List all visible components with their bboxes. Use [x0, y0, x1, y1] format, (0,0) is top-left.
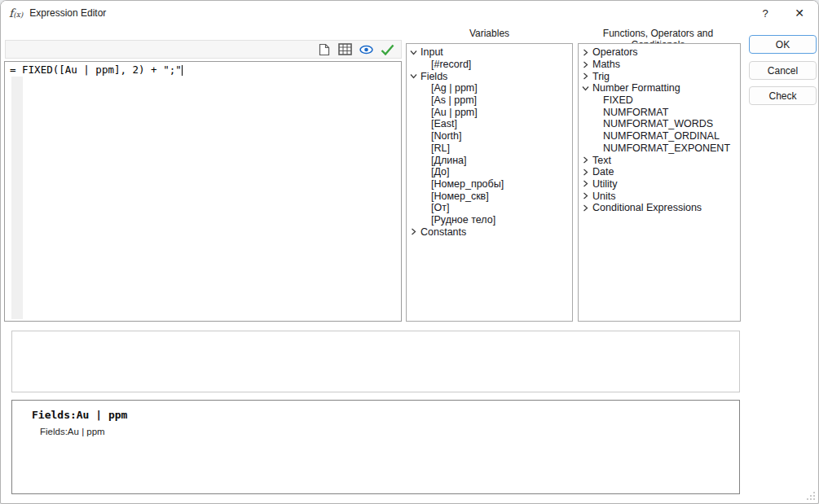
tree-item[interactable]: [Номер_скв] — [407, 190, 572, 202]
tree-item-label: Units — [592, 191, 615, 202]
tree-item[interactable]: Number Formatting — [579, 82, 740, 94]
tree-item[interactable]: NUMFORMAT_WORDS — [579, 118, 740, 130]
tree-item[interactable]: [Ag | ppm] — [407, 82, 572, 94]
tree-item-label: [Номер_скв] — [431, 191, 489, 202]
tree-item-label: Conditional Expressions — [592, 202, 702, 213]
tree-item-label: [Au | ppm] — [431, 107, 478, 118]
tree-item[interactable]: NUMFORMAT_ORDINAL — [579, 130, 740, 142]
tree-item[interactable]: [#record] — [407, 59, 572, 71]
tree-item[interactable]: Fields — [407, 70, 572, 82]
tree-item-label: NUMFORMAT — [603, 107, 668, 118]
chevron-down-icon[interactable] — [410, 49, 421, 56]
functions-panel-title: Functions, Operators and Conditionals — [575, 28, 741, 40]
tree-item-label: [До] — [431, 166, 450, 177]
tree-item[interactable]: [От] — [407, 202, 572, 214]
tree-item[interactable]: Operators — [579, 46, 740, 59]
close-button[interactable]: ✕ — [782, 1, 817, 25]
chevron-right-icon[interactable] — [582, 192, 592, 199]
chevron-right-icon[interactable] — [582, 156, 592, 164]
text-caret — [182, 65, 183, 76]
tree-item[interactable]: Units — [579, 190, 740, 202]
chevron-right-icon[interactable] — [582, 72, 592, 80]
tree-item[interactable]: Constants — [407, 226, 572, 238]
variables-tree[interactable]: Input[#record]Fields[Ag | ppm][As | ppm]… — [406, 43, 573, 322]
tree-item[interactable]: NUMFORMAT — [579, 106, 740, 118]
tree-item-label: [As | ppm] — [431, 94, 477, 106]
result-output-panel — [11, 331, 740, 392]
variables-panel-title: Variables — [406, 28, 573, 40]
tree-item-label: NUMFORMAT_EXPONENT — [603, 142, 730, 154]
tree-item-label: FIXED — [603, 94, 633, 106]
chevron-right-icon[interactable] — [582, 49, 592, 56]
tree-item[interactable]: [Номер_пробы] — [407, 178, 572, 191]
tree-item[interactable]: Utility — [579, 178, 740, 191]
tree-item[interactable]: [Рудное тело] — [407, 214, 572, 226]
tree-item[interactable]: FIXED — [579, 94, 740, 107]
tree-item-label: Utility — [592, 178, 618, 190]
expression-editor-dialog: f(x) Expression Editor ? ✕ = FIXED([Au |… — [0, 0, 819, 504]
tree-item-label: Number Formatting — [592, 82, 680, 94]
help-description: Fields:Au | ppm — [40, 427, 739, 436]
tree-item-label: [North] — [431, 130, 462, 142]
tree-item-label: Date — [592, 166, 614, 177]
tree-item[interactable]: Date — [579, 166, 740, 178]
tree-item[interactable]: [До] — [407, 166, 572, 178]
ok-button[interactable]: OK — [749, 35, 817, 54]
tree-item[interactable]: Maths — [579, 59, 740, 71]
cancel-button[interactable]: Cancel — [749, 61, 817, 80]
title-bar: f(x) Expression Editor ? ✕ — [1, 1, 818, 25]
check-button[interactable]: Check — [749, 86, 817, 105]
tree-item[interactable]: Input — [407, 46, 572, 59]
fx-function-icon: f(x) — [9, 7, 23, 19]
tree-item-label: [East] — [431, 118, 457, 129]
tree-item-label: [Рудное тело] — [431, 214, 495, 226]
preview-eye-icon[interactable] — [359, 43, 373, 56]
window-title: Expression Editor — [29, 7, 106, 19]
tree-item-label: [RL] — [431, 142, 450, 154]
tree-item-label: NUMFORMAT_ORDINAL — [603, 130, 720, 142]
expression-input[interactable]: = FIXED([Au | ppm], 2) + ";" — [4, 61, 402, 322]
tree-item[interactable]: [As | ppm] — [407, 94, 572, 107]
tree-item[interactable]: Conditional Expressions — [579, 202, 740, 214]
tree-item-label: NUMFORMAT_WORDS — [603, 118, 713, 129]
tree-item-label: Text — [592, 155, 611, 166]
tree-item[interactable]: NUMFORMAT_EXPONENT — [579, 142, 740, 155]
tree-item[interactable]: Text — [579, 154, 740, 166]
insert-field-icon[interactable] — [338, 43, 352, 56]
chevron-down-icon[interactable] — [582, 85, 592, 92]
tree-item-label: [От] — [431, 202, 449, 213]
help-heading: Fields:Au | ppm — [32, 409, 739, 421]
tree-item-label: Input — [421, 46, 443, 58]
tree-item[interactable]: [East] — [407, 118, 572, 130]
editor-gutter — [11, 77, 23, 319]
validate-check-icon[interactable] — [381, 43, 394, 56]
tree-item[interactable]: [North] — [407, 130, 572, 142]
chevron-right-icon[interactable] — [582, 61, 592, 68]
tree-item-label: [Номер_пробы] — [431, 178, 504, 190]
new-expression-icon[interactable] — [317, 43, 331, 56]
expression-text: = FIXED([Au | ppm], 2) + ";" — [5, 62, 401, 76]
help-button[interactable]: ? — [748, 1, 782, 25]
tree-item-label: Fields — [421, 71, 447, 82]
editor-toolbar — [5, 40, 402, 59]
chevron-down-icon[interactable] — [410, 72, 421, 80]
chevron-right-icon[interactable] — [410, 228, 421, 235]
tree-item-label: Operators — [592, 46, 638, 58]
functions-tree[interactable]: OperatorsMathsTrigNumber FormattingFIXED… — [578, 43, 741, 322]
resize-grip-icon[interactable] — [804, 489, 815, 500]
tree-item-label: Maths — [592, 59, 620, 70]
tree-item[interactable]: [Au | ppm] — [407, 106, 572, 118]
help-panel: Fields:Au | ppm Fields:Au | ppm — [11, 400, 740, 494]
chevron-right-icon[interactable] — [582, 204, 592, 212]
chevron-right-icon[interactable] — [582, 180, 592, 187]
tree-item-label: [Длина] — [431, 155, 467, 166]
tree-item[interactable]: Trig — [579, 70, 740, 82]
tree-item[interactable]: [Длина] — [407, 154, 572, 166]
tree-item-label: Trig — [592, 71, 610, 82]
tree-item[interactable]: [RL] — [407, 142, 572, 155]
chevron-right-icon[interactable] — [582, 169, 592, 176]
tree-item-label: [Ag | ppm] — [431, 82, 478, 94]
tree-item-label: Constants — [421, 226, 466, 238]
tree-item-label: [#record] — [431, 59, 471, 70]
